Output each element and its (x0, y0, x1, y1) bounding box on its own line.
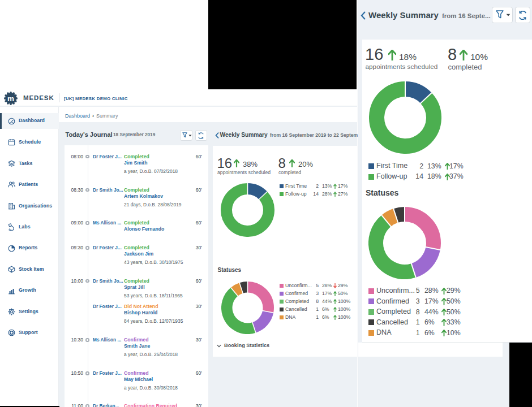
svg-text:m: m (7, 94, 14, 103)
